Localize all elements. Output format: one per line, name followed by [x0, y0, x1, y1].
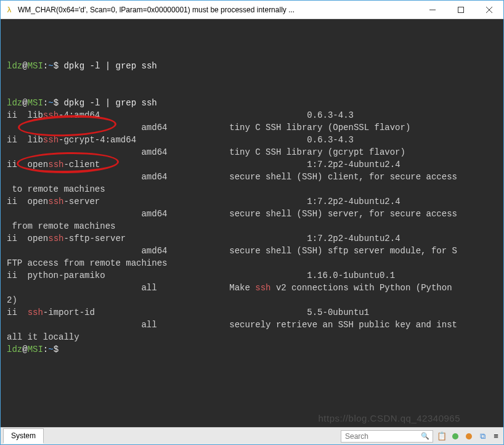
terminal-line: amd64 secure shell (SSH) sftp server mod…	[7, 245, 497, 257]
terminal-line: 2)	[7, 294, 497, 306]
terminal-line: ii libssh-4:amd64 0.6.3-4.3	[7, 109, 497, 121]
prompt-line: ldz@MSI:~$ dpkg -l | grep ssh	[7, 60, 497, 72]
terminal-line: ii python-paramiko 1.16.0-1ubuntu0.1	[7, 269, 497, 282]
terminal-line: FTP access from remote machines	[7, 257, 497, 269]
search-input[interactable]	[345, 432, 419, 441]
terminal-line: ii ssh-import-id 5.5-0ubuntu1	[7, 306, 497, 319]
terminal-line: all Make ssh v2 connections with Python …	[7, 282, 497, 294]
terminal-line: ii openssh-client 1:7.2p2-4ubuntu2.4	[7, 158, 497, 171]
terminal-line: ii libssh-gcrypt-4:amd64 0.6.3-4.3	[7, 134, 497, 146]
menu-icon[interactable]: ≡	[490, 430, 502, 443]
status-orange-icon[interactable]	[463, 430, 475, 443]
terminal-line: amd64 tiny C SSH library (OpenSSL flavor…	[7, 121, 497, 134]
lambda-icon: λ	[4, 5, 14, 15]
minimize-button[interactable]	[418, 1, 447, 19]
titlebar: λ WM_CHAR(0x64='d', Scan=0, lParam=0x000…	[1, 1, 503, 19]
terminal-line: to remote machines	[7, 183, 497, 195]
terminal[interactable]: ldz@MSI:~$ dpkg -l | grep ssh https://bl…	[1, 19, 503, 427]
terminal-line: all securely retrieve an SSH public key …	[7, 319, 497, 331]
prompt-line: ldz@MSI:~$ dpkg -l | grep ssh	[7, 97, 497, 109]
status-green-icon[interactable]	[449, 430, 461, 443]
watermark: https://blog.CSDN.qq_42340965	[319, 412, 460, 425]
terminal-line: from remote machines	[7, 220, 497, 232]
terminal-line: all it locally	[7, 331, 497, 343]
maximize-button[interactable]	[447, 1, 475, 19]
window-controls	[418, 1, 503, 19]
terminal-line: amd64 secure shell (SSH) server, for sec…	[7, 208, 497, 220]
search-icon[interactable]: 🔍	[419, 432, 431, 440]
close-button[interactable]	[475, 1, 503, 19]
clipboard-icon[interactable]: 📋	[436, 430, 448, 443]
terminal-line: ii openssh-sftp-server 1:7.2p2-4ubuntu2.…	[7, 232, 497, 245]
tab-system[interactable]: System	[3, 428, 44, 444]
tabs-icon[interactable]: ⧉	[476, 430, 489, 443]
svg-rect-1	[458, 7, 464, 12]
window-title: WM_CHAR(0x64='d', Scan=0, lParam=0x00000…	[18, 6, 418, 14]
search-box[interactable]: 🔍	[341, 430, 433, 443]
terminal-line: amd64 tiny C SSH library (gcrypt flavor)	[7, 146, 497, 158]
terminal-line: amd64 secure shell (SSH) client, for sec…	[7, 171, 497, 183]
prompt-line: ldz@MSI:~$	[7, 343, 497, 356]
statusbar: System 🔍 📋 ⧉ ≡	[1, 427, 503, 444]
terminal-line: ii openssh-server 1:7.2p2-4ubuntu2.4	[7, 195, 497, 208]
